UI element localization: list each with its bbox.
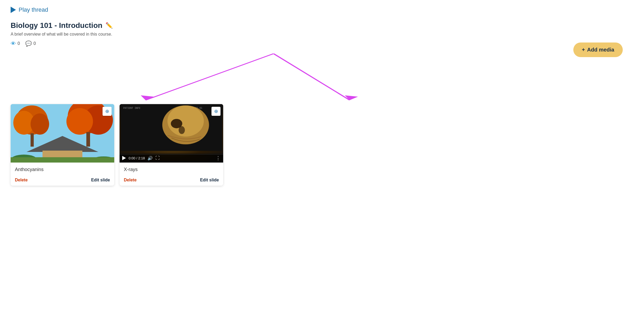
comments-stat: 💬 0 — [25, 40, 36, 47]
card-2-footer: X-rays Delete Edit slide — [120, 163, 223, 186]
svg-line-2 — [274, 54, 350, 100]
main-title: Biology 101 - Introduction — [11, 21, 102, 30]
svg-rect-8 — [31, 133, 34, 147]
card-1-delete-button[interactable]: Delete — [15, 178, 28, 182]
card-2-actions: Delete Edit slide — [124, 178, 219, 182]
volume-icon[interactable]: 🔊 — [147, 156, 153, 161]
svg-line-0 — [146, 54, 274, 100]
video-controls: 0:00 / 2:18 🔊 ⛶ ⋮ — [120, 154, 223, 163]
time-display: 0:00 / 2:18 — [129, 156, 145, 160]
card-2-delete-button[interactable]: Delete — [124, 178, 137, 182]
play-thread-label: Play thread — [19, 6, 48, 13]
annotation-area — [11, 51, 633, 104]
card-1-actions: Delete Edit slide — [15, 178, 110, 182]
card-anthocyanins: ⊕ Anthocyanins Delete Edit slide — [11, 104, 114, 186]
views-stat: 👁 0 — [11, 41, 20, 47]
svg-marker-1 — [141, 95, 154, 100]
card-1-media: ⊕ — [11, 104, 114, 163]
svg-text:PATIENT INFO: PATIENT INFO — [123, 107, 140, 109]
card-2-media: PATIENT INFO 2024-01-01 — [120, 104, 223, 163]
svg-marker-3 — [345, 95, 358, 100]
card-2-title: X-rays — [124, 167, 219, 172]
card-2-drag-handle[interactable]: ⊕ — [211, 107, 221, 116]
card-2-video[interactable]: PATIENT INFO 2024-01-01 — [120, 104, 223, 163]
card-1-image — [11, 104, 114, 163]
xray-svg: PATIENT INFO 2024-01-01 — [120, 104, 223, 151]
card-1-footer: Anthocyanins Delete Edit slide — [11, 163, 114, 186]
svg-point-11 — [66, 108, 93, 135]
title-row: Biology 101 - Introduction ✏️ — [11, 21, 633, 30]
card-xrays: PATIENT INFO 2024-01-01 — [120, 104, 223, 186]
arrow-annotations — [11, 51, 633, 104]
subtitle-text: A brief overview of what will be covered… — [11, 32, 633, 37]
fullscreen-icon[interactable]: ⛶ — [155, 156, 160, 160]
cards-container: ⊕ Anthocyanins Delete Edit slide — [11, 104, 633, 186]
video-play-button[interactable] — [122, 156, 126, 160]
comments-count: 0 — [33, 41, 36, 46]
stats-row: 👁 0 💬 0 — [11, 40, 633, 47]
card-1-title: Anthocyanins — [15, 167, 110, 172]
play-icon — [11, 7, 16, 13]
views-count: 0 — [18, 41, 20, 46]
eye-icon: 👁 — [11, 41, 16, 47]
move-icon: ⊕ — [105, 108, 109, 114]
card-1-drag-handle[interactable]: ⊕ — [103, 107, 112, 116]
card-1-edit-button[interactable]: Edit slide — [91, 178, 110, 182]
svg-point-7 — [31, 113, 49, 135]
svg-rect-17 — [11, 157, 114, 163]
scene-svg — [11, 104, 114, 163]
move-icon-2: ⊕ — [214, 108, 218, 114]
comment-icon: 💬 — [25, 40, 32, 47]
svg-point-24 — [179, 126, 185, 134]
svg-rect-12 — [86, 132, 90, 147]
edit-title-icon[interactable]: ✏️ — [105, 22, 113, 29]
title-section: Biology 101 - Introduction ✏️ A brief ov… — [11, 21, 633, 47]
play-thread-button[interactable]: Play thread — [11, 6, 633, 13]
more-options-icon[interactable]: ⋮ — [216, 155, 221, 161]
card-2-edit-button[interactable]: Edit slide — [200, 178, 219, 182]
page-container: Play thread Biology 101 - Introduction ✏… — [0, 0, 644, 192]
